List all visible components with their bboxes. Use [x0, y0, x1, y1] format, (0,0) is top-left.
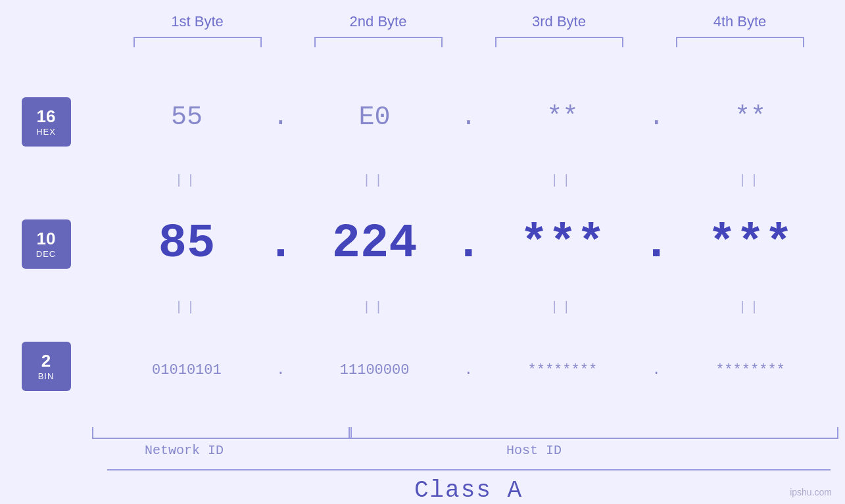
hex-d1: .: [271, 103, 291, 132]
hex-b2: E0: [309, 103, 441, 132]
dec-b3: ***: [496, 217, 628, 271]
network-id-label: Network ID: [145, 443, 224, 458]
byte-headers: 1st Byte 2nd Byte 3rd Byte 4th Byte: [107, 13, 831, 30]
bracket-byte2: [314, 37, 443, 47]
dec-badge-label: DEC: [36, 249, 56, 259]
class-divider: [107, 469, 831, 470]
host-id-label: Host ID: [506, 443, 562, 458]
class-label: Class A: [414, 477, 523, 504]
dec-d1: .: [271, 217, 291, 271]
bin-b2: 11100000: [309, 362, 441, 378]
bottom-area: Network ID Host ID: [0, 427, 845, 463]
eq2-b2: ||: [309, 300, 441, 315]
dec-d2: .: [458, 217, 478, 271]
class-row: Class A: [0, 469, 845, 504]
bracket-byte4: [676, 37, 804, 47]
watermark: ipshu.com: [790, 487, 832, 497]
eq-b3: ||: [496, 173, 628, 188]
eq2-b1: ||: [121, 300, 253, 315]
header-byte2: 2nd Byte: [299, 13, 457, 30]
dec-badge-num: 10: [37, 229, 56, 249]
bin-b3: ********: [496, 362, 628, 378]
bin-badge: 2 BIN: [22, 342, 71, 391]
hex-badge: 16 HEX: [22, 97, 71, 147]
dec-value-row: 85 . 224 . *** . ***: [92, 187, 845, 301]
network-bracket: [92, 427, 352, 439]
bin-badge-num: 2: [41, 351, 51, 371]
bin-value-row: 01010101 . 11100000 . ******** .: [92, 313, 845, 427]
dec-b4: ***: [685, 217, 816, 271]
bin-b1: 01010101: [121, 362, 253, 378]
main-content: 16 HEX 10 DEC 2 BIN 55 .: [0, 60, 845, 427]
sep-dec-bin: || || || ||: [92, 300, 845, 313]
bin-b4: ********: [685, 362, 816, 378]
top-brackets: [107, 37, 831, 47]
hex-d3: .: [646, 103, 666, 132]
hex-b3: **: [496, 103, 628, 132]
host-bracket: [349, 427, 838, 439]
dec-b2: 224: [309, 217, 441, 271]
dec-d3: .: [646, 217, 666, 271]
eq-b4: ||: [685, 173, 816, 188]
hex-b4: **: [685, 103, 816, 132]
bottom-labels: Network ID Host ID: [92, 443, 815, 463]
eq2-b3: ||: [496, 300, 628, 315]
eq-b2: ||: [309, 173, 441, 188]
header-byte3: 3rd Byte: [480, 13, 638, 30]
bin-d3: .: [646, 362, 666, 378]
labels-column: 16 HEX 10 DEC 2 BIN: [0, 60, 92, 427]
header-byte4: 4th Byte: [661, 13, 819, 30]
bottom-brackets: [92, 427, 815, 440]
hex-d2: .: [458, 103, 478, 132]
data-area: 55 . E0 . ** . **: [92, 60, 845, 427]
bracket-byte3: [495, 37, 623, 47]
hex-b1: 55: [121, 103, 253, 132]
hex-value-row: 55 . E0 . ** . **: [92, 60, 845, 174]
bin-d1: .: [271, 362, 291, 378]
bracket-byte1: [133, 37, 262, 47]
eq-b1: ||: [121, 173, 253, 188]
hex-badge-label: HEX: [36, 127, 56, 137]
hex-badge-num: 16: [37, 106, 56, 127]
sep-hex-dec: || || || ||: [92, 174, 845, 187]
header-byte1: 1st Byte: [118, 13, 276, 30]
eq2-b4: ||: [685, 300, 816, 315]
bin-d2: .: [458, 362, 478, 378]
dec-b1: 85: [121, 217, 253, 271]
bin-badge-label: BIN: [38, 371, 55, 381]
main-container: 1st Byte 2nd Byte 3rd Byte 4th Byte 16 H…: [0, 0, 845, 504]
dec-badge: 10 DEC: [22, 219, 71, 269]
